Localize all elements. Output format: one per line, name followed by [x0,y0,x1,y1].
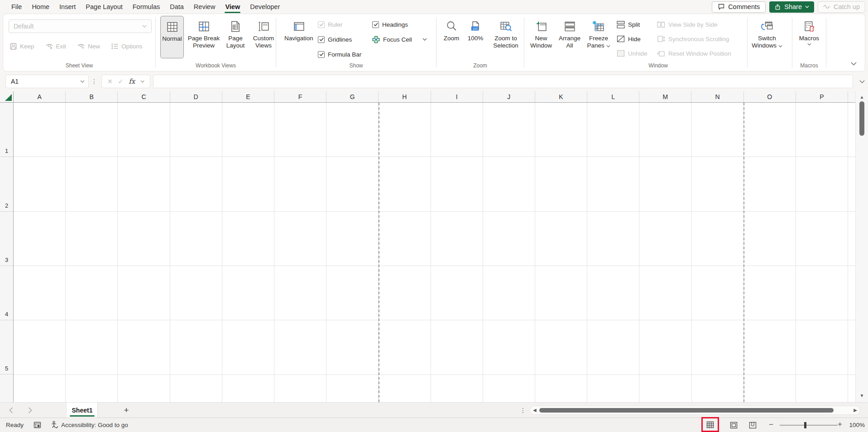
column-header-D[interactable]: D [170,91,222,102]
unhide-button[interactable]: Unhide [616,47,652,59]
focus-cell-button[interactable]: Focus Cell [372,33,436,45]
zoom-button[interactable]: Zoom [439,16,464,58]
switch-windows-button[interactable]: Switch Windows [751,16,783,58]
new-window-button[interactable]: New Window [527,16,555,58]
column-header-K[interactable]: K [535,91,587,102]
sheet-view-combo[interactable]: Default [9,19,152,33]
row-header-3[interactable]: 3 [0,212,13,266]
sheet-tab-sheet1[interactable]: Sheet1 [67,403,98,418]
status-page-layout-view-icon[interactable] [728,420,739,430]
catch-up-button[interactable]: Catch up [818,1,865,13]
new-sheet-view-button[interactable]: New [77,40,100,52]
exit-sheet-view-button[interactable]: Exit [45,40,67,52]
chevron-down-icon[interactable] [422,38,427,41]
headings-checkbox[interactable]: Headings [372,19,436,30]
menu-page-layout[interactable]: Page Layout [81,0,127,13]
group-label-sheet-view: Sheet View [3,62,155,69]
zoom-slider[interactable] [780,425,838,426]
horizontal-scrollbar[interactable]: ◀ ▶ [530,406,860,415]
gridlines-checkbox[interactable]: Gridlines [318,33,372,45]
accessibility-status[interactable]: Accessibility: Good to go [61,422,128,428]
normal-view-button[interactable]: Normal [160,16,184,58]
name-box-resize-handle[interactable]: ⋮ [91,75,97,88]
scroll-right-arrow-icon[interactable]: ▶ [854,408,857,413]
arrange-all-button[interactable]: Arrange All [556,16,583,58]
name-box[interactable]: A1 [5,75,89,88]
tab-scrollbar-resize-handle[interactable]: ⋮ [520,403,526,418]
zoom-to-selection-button[interactable]: Zoom to Selection [487,16,524,58]
select-all-corner[interactable] [0,91,14,103]
scroll-up-arrow-icon[interactable]: ▲ [856,95,868,100]
column-header-M[interactable]: M [639,91,691,102]
column-header-B[interactable]: B [66,91,118,102]
column-header-F[interactable]: F [274,91,326,102]
vertical-scrollbar-thumb[interactable] [859,101,864,136]
next-sheet-arrow-icon[interactable] [28,403,32,418]
column-header-C[interactable]: C [118,91,170,102]
formula-bar-checkbox[interactable]: Formula Bar [318,48,372,60]
column-header-I[interactable]: I [431,91,483,102]
zoom-100-button[interactable]: 100 100% [465,16,486,58]
row-header-1[interactable]: 1 [0,103,13,157]
menu-developer[interactable]: Developer [245,0,285,13]
row-header-2[interactable]: 2 [0,157,13,211]
column-header-O[interactable]: O [744,91,796,102]
horizontal-scrollbar-thumb[interactable] [539,408,834,413]
page-break-preview-button[interactable]: Page Break Preview [186,16,221,58]
cells-area[interactable] [14,103,855,402]
menu-review[interactable]: Review [189,0,221,13]
synchronous-scrolling-button[interactable]: Synchronous Scrolling [657,33,746,45]
zoom-out-button[interactable]: − [769,420,773,429]
macros-button[interactable]: Macros [795,16,823,58]
chevron-down-icon[interactable] [80,80,85,83]
freeze-panes-button[interactable]: Freeze Panes [584,16,613,58]
navigation-button[interactable]: Navigation [280,16,318,58]
collapse-ribbon-chevron-icon[interactable] [851,62,857,66]
column-header-G[interactable]: G [326,91,379,102]
accessibility-person-icon[interactable] [50,421,59,429]
status-page-break-preview-icon[interactable] [747,420,758,430]
menu-view[interactable]: View [220,0,245,13]
menu-formulas[interactable]: Formulas [128,0,165,13]
enter-check-icon[interactable]: ✓ [118,78,124,85]
record-macro-icon[interactable] [34,421,42,429]
zoom-in-button[interactable]: + [838,420,842,429]
page-layout-button[interactable]: Page Layout [224,16,247,58]
view-side-by-side-button[interactable]: View Side by Side [657,19,746,30]
share-button[interactable]: Share [769,1,814,13]
column-header-H[interactable]: H [379,91,431,102]
menu-home[interactable]: Home [27,0,54,13]
custom-views-button[interactable]: Custom Views [249,16,278,58]
keep-button[interactable]: Keep [10,40,34,52]
column-header-L[interactable]: L [587,91,639,102]
formula-input[interactable] [153,75,853,88]
status-normal-view-icon[interactable] [706,421,714,428]
add-sheet-button[interactable]: + [120,404,132,416]
comments-button[interactable]: Comments [712,1,766,13]
prev-sheet-arrow-icon[interactable] [9,403,13,418]
expand-formula-bar-chevron-icon[interactable] [859,75,865,88]
menu-file[interactable]: File [6,0,27,13]
chevron-down-icon[interactable] [140,80,144,83]
zoom-slider-thumb[interactable] [804,422,806,428]
cancel-icon[interactable]: ✕ [107,78,113,85]
column-header-A[interactable]: A [14,91,66,102]
ruler-checkbox[interactable]: Ruler [318,19,372,30]
column-header-N[interactable]: N [691,91,743,102]
row-header-5[interactable]: 5 [0,320,13,375]
column-header-E[interactable]: E [222,91,274,102]
column-header-J[interactable]: J [483,91,535,102]
zoom-level[interactable]: 100% [846,422,865,428]
insert-function-icon[interactable]: fx [129,77,135,85]
options-button[interactable]: Options [111,40,143,52]
scroll-left-arrow-icon[interactable]: ◀ [533,408,537,413]
hide-button[interactable]: Hide [616,33,652,45]
reset-window-position-button[interactable]: Reset Window Position [657,47,746,59]
menu-insert[interactable]: Insert [54,0,81,13]
vertical-scrollbar[interactable]: ▲ ▼ [855,91,868,402]
column-header-P[interactable]: P [796,91,848,102]
scroll-down-arrow-icon[interactable]: ▼ [856,393,868,398]
row-header-4[interactable]: 4 [0,266,13,320]
split-button[interactable]: Split [616,19,652,30]
menu-data[interactable]: Data [165,0,189,13]
